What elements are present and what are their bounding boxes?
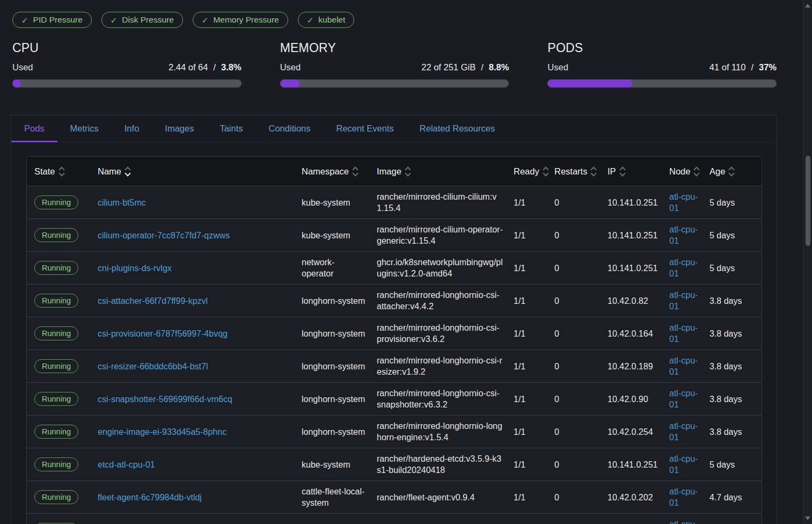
tab-images[interactable]: Images [152, 115, 207, 142]
pods-table-header: StateNameNamespaceImageReadyRestartsIPNo… [27, 157, 762, 186]
memory-gauge-values: Used 22 of 251 GiB / 8.8% [280, 62, 509, 72]
age-cell: 5 days [702, 263, 762, 274]
column-header-age[interactable]: Age [702, 166, 762, 177]
state-cell: Running [27, 195, 90, 209]
node-detail-page: ✓PID Pressure✓Disk Pressure✓Memory Press… [0, 0, 812, 524]
pod-name-link[interactable]: cilium-operator-7cc87c7fd7-qzwws [98, 231, 230, 240]
tab-related-resources[interactable]: Related Resources [407, 115, 508, 142]
cpu-slash: / [213, 62, 216, 72]
column-header-ready[interactable]: Ready [506, 166, 547, 177]
node-link[interactable]: atl-cpu-01 [669, 258, 698, 278]
check-icon: ✓ [21, 16, 28, 24]
memory-progress-bar [280, 79, 509, 88]
scrollbar-thumb[interactable] [806, 156, 810, 246]
cpu-used-label: Used [12, 62, 33, 72]
age-cell: 3.8 days [702, 328, 762, 339]
ready-cell: 1/1 [506, 426, 547, 438]
memory-used-label: Used [280, 62, 301, 72]
node-link[interactable]: atl-cpu-01 [669, 389, 698, 409]
state-badge: Running [34, 425, 78, 439]
namespace-cell: longhorn-system [294, 328, 369, 339]
image-cell: rancher/hardened-etcd:v3.5.9-k3s1-build2… [369, 453, 506, 476]
table-row[interactable]: Runningnvcr.io/nvidia/gpu-operator:v2atl… [27, 513, 762, 524]
table-row[interactable]: Runningengine-image-ei-933d45a5-8phnclon… [27, 415, 762, 448]
restarts-cell: 0 [547, 263, 600, 274]
condition-badge-disk-pressure: ✓Disk Pressure [101, 12, 183, 28]
node-cell: atl-cpu-01 [662, 420, 702, 443]
pod-name-link[interactable]: cilium-bt5mc [98, 198, 146, 207]
tab-info[interactable]: Info [112, 115, 152, 142]
column-header-state[interactable]: State [27, 166, 90, 177]
pod-name-link[interactable]: csi-attacher-66f7d7ff99-kpzvl [98, 296, 208, 305]
condition-badge-label: PID Pressure [33, 15, 83, 25]
node-link[interactable]: atl-cpu-01 [669, 520, 698, 524]
age-cell: 3.8 days [702, 361, 762, 372]
sort-icon [729, 168, 734, 176]
check-icon: ✓ [307, 16, 314, 24]
node-link[interactable]: atl-cpu-01 [669, 290, 698, 311]
cpu-amount: 2.44 of 64 [169, 62, 208, 72]
table-row[interactable]: Runningcni-plugins-ds-rvlgxnetwork-opera… [27, 251, 762, 284]
table-row[interactable]: Runningetcd-atl-cpu-01kube-systemrancher… [27, 448, 762, 481]
tab-recent-events[interactable]: Recent Events [324, 115, 407, 142]
tab-pods[interactable]: Pods [11, 115, 57, 142]
image-cell: rancher/mirrored-longhornio-csi-provisio… [369, 322, 506, 345]
column-header-ip[interactable]: IP [600, 166, 662, 177]
node-link[interactable]: atl-cpu-01 [669, 454, 698, 475]
state-cell: Running [27, 228, 90, 242]
pod-name-link[interactable]: cni-plugins-ds-rvlgx [98, 264, 172, 273]
node-link[interactable]: atl-cpu-01 [669, 356, 698, 376]
scroll-down-arrow-icon[interactable] [805, 516, 810, 520]
memory-gauge-title: MEMORY [280, 41, 509, 55]
image-cell: ghcr.io/k8snetworkplumbingwg/plugins:v1.… [369, 257, 506, 279]
table-row[interactable]: Runningcsi-resizer-66bddc6bb4-bst7llongh… [27, 350, 762, 382]
page-scrollbar[interactable] [803, 0, 812, 524]
table-row[interactable]: Runningcsi-snapshotter-569699f66d-vm6cql… [27, 382, 762, 415]
column-header-restarts[interactable]: Restarts [547, 166, 600, 177]
state-badge: Running [34, 261, 78, 275]
image-cell: rancher/fleet-agent:v0.9.4 [369, 492, 506, 503]
ready-cell: 1/1 [506, 263, 547, 274]
table-row[interactable]: Runningcsi-attacher-66f7d7ff99-kpzvllong… [27, 284, 762, 317]
state-badge: Running [34, 195, 78, 209]
name-cell: etcd-atl-cpu-01 [90, 459, 294, 470]
scroll-up-arrow-icon[interactable] [805, 4, 810, 8]
pod-name-link[interactable]: engine-image-ei-933d45a5-8phnc [98, 427, 226, 436]
table-row[interactable]: Runningcilium-bt5mckube-systemrancher/mi… [27, 186, 762, 219]
sort-icon [126, 168, 130, 176]
name-cell: cilium-bt5mc [90, 197, 294, 208]
column-header-node[interactable]: Node [662, 166, 702, 177]
pod-name-link[interactable]: csi-resizer-66bddc6bb4-bst7l [98, 362, 208, 371]
column-header-namespace[interactable]: Namespace [294, 166, 369, 177]
pod-name-link[interactable]: etcd-atl-cpu-01 [98, 460, 155, 469]
node-link[interactable]: atl-cpu-01 [669, 487, 698, 507]
tab-metrics[interactable]: Metrics [57, 115, 112, 142]
node-cell: atl-cpu-01 [662, 322, 702, 345]
table-row[interactable]: Runningcsi-provisioner-6787f56997-4bvqgl… [27, 317, 762, 350]
node-link[interactable]: atl-cpu-01 [669, 323, 698, 344]
table-row[interactable]: Runningfleet-agent-6c79984db-vtldjcattle… [27, 481, 762, 513]
image-cell: rancher/mirrored-cilium-operator-generic… [369, 224, 506, 246]
sort-icon [620, 168, 625, 176]
column-header-image[interactable]: Image [369, 166, 506, 177]
table-row[interactable]: Runningcilium-operator-7cc87c7fd7-qzwwsk… [27, 219, 762, 251]
pod-name-link[interactable]: fleet-agent-6c79984db-vtldj [98, 493, 202, 502]
node-link[interactable]: atl-cpu-01 [669, 225, 698, 245]
memory-progress-fill [280, 79, 301, 88]
restarts-cell: 0 [547, 361, 600, 372]
image-cell: rancher/mirrored-cilium-cilium:v1.15.4 [369, 191, 506, 214]
cpu-gauge-title: CPU [12, 41, 242, 55]
pod-name-link[interactable]: csi-provisioner-6787f56997-4bvqg [98, 329, 228, 338]
sort-icon [60, 168, 64, 176]
pod-name-link[interactable]: csi-snapshotter-569699f66d-vm6cq [98, 395, 232, 404]
node-link[interactable]: atl-cpu-01 [669, 421, 698, 442]
tab-conditions[interactable]: Conditions [256, 115, 324, 142]
tab-taints[interactable]: Taints [207, 115, 255, 142]
pods-progress-fill [547, 79, 632, 88]
node-link[interactable]: atl-cpu-01 [669, 192, 698, 213]
image-cell: rancher/mirrored-longhornio-csi-attacher… [369, 289, 506, 312]
column-header-name[interactable]: Name [90, 166, 294, 177]
memory-gauge: MEMORY Used 22 of 251 GiB / 8.8% [280, 41, 509, 88]
sort-down-icon [58, 170, 64, 176]
column-header-label: Age [709, 166, 725, 177]
